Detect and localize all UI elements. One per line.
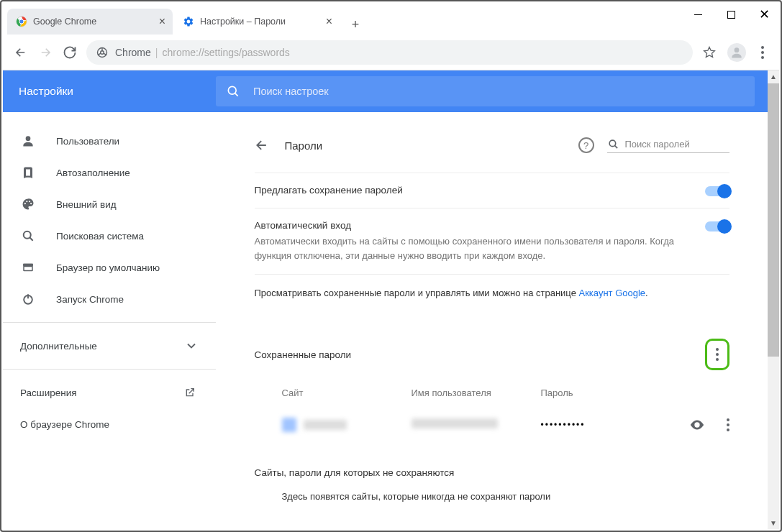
- setting-label: Предлагать сохранение паролей: [255, 185, 705, 196]
- setting-description: Автоматически входить на сайты с помощью…: [255, 234, 705, 262]
- sidebar-item-on-startup[interactable]: Запуск Chrome: [3, 283, 216, 315]
- scroll-up-icon[interactable]: ▲: [768, 70, 779, 83]
- svg-point-14: [29, 201, 30, 202]
- svg-rect-3: [694, 14, 702, 15]
- scrollbar-thumb[interactable]: [768, 83, 779, 357]
- maximize-button[interactable]: [714, 1, 747, 27]
- sidebar-item-label: Внешний вид: [56, 199, 117, 210]
- close-icon[interactable]: ×: [159, 15, 165, 28]
- settings-sidebar: Пользователи Автозаполнение Внешний вид …: [3, 112, 216, 529]
- google-account-link[interactable]: Аккаунт Google: [579, 288, 646, 298]
- sidebar-item-label: Расширения: [20, 387, 77, 398]
- svg-point-6: [101, 50, 104, 54]
- sidebar-item-label: О браузере Chrome: [20, 419, 109, 430]
- excluded-sites-empty: Здесь появятся сайты, которые никогда не…: [282, 491, 729, 516]
- minimize-button[interactable]: [681, 1, 714, 27]
- saved-passwords-menu-button[interactable]: [705, 339, 729, 370]
- new-tab-button[interactable]: +: [345, 14, 365, 35]
- autofill-icon: [20, 165, 36, 180]
- svg-point-13: [26, 201, 27, 202]
- sidebar-item-label: Дополнительные: [20, 341, 97, 352]
- forward-button: [33, 40, 58, 65]
- search-icon: [607, 138, 619, 150]
- url-scheme: Chrome: [115, 47, 151, 58]
- sidebar-about[interactable]: О браузере Chrome: [3, 408, 216, 440]
- reload-button[interactable]: [58, 40, 82, 65]
- sidebar-item-default-browser[interactable]: Браузер по умолчанию: [3, 252, 216, 283]
- profile-avatar[interactable]: [727, 43, 746, 62]
- chevron-down-icon: [187, 343, 196, 349]
- back-button[interactable]: [9, 40, 33, 65]
- close-icon[interactable]: ×: [326, 15, 332, 28]
- site-name: [304, 420, 347, 430]
- search-icon: [226, 84, 240, 98]
- password-search-placeholder: Поиск паролей: [625, 139, 690, 150]
- username-value: [412, 418, 498, 428]
- column-username: Имя пользователя: [412, 387, 541, 398]
- tab-title: Google Chrome: [33, 17, 96, 27]
- bookmark-button[interactable]: [697, 40, 722, 65]
- password-row[interactable]: ••••••••••: [282, 408, 729, 441]
- svg-point-9: [26, 136, 31, 141]
- search-icon: [20, 228, 36, 244]
- help-button[interactable]: ?: [578, 137, 594, 153]
- svg-point-16: [24, 231, 31, 239]
- chrome-icon: [96, 47, 108, 58]
- browser-icon: [20, 260, 36, 275]
- settings-title: Настройки: [3, 85, 216, 98]
- svg-rect-11: [26, 170, 30, 176]
- url-path: chrome://settings/passwords: [162, 47, 289, 58]
- offer-save-passwords-toggle[interactable]: [705, 186, 729, 196]
- auto-signin-toggle[interactable]: [705, 221, 729, 231]
- settings-search[interactable]: Поиск настроек: [216, 76, 755, 106]
- settings-favicon: [183, 16, 194, 27]
- sidebar-item-search-engine[interactable]: Поисковая система: [3, 220, 216, 252]
- tab-title: Настройки – Пароли: [200, 17, 286, 27]
- browser-menu-button[interactable]: [752, 40, 773, 65]
- palette-icon: [20, 196, 36, 212]
- sidebar-item-label: Пользователи: [56, 136, 119, 147]
- svg-point-8: [228, 86, 236, 94]
- svg-point-7: [735, 47, 740, 52]
- svg-rect-4: [727, 11, 735, 18]
- window-close-button[interactable]: ✕: [747, 1, 781, 27]
- auto-signin-row: Автоматический вход Автоматически входит…: [255, 208, 729, 274]
- saved-passwords-title: Сохраненные пароли: [255, 349, 705, 360]
- sidebar-extensions[interactable]: Расширения: [3, 377, 216, 408]
- scroll-down-icon[interactable]: ▼: [768, 517, 779, 529]
- svg-point-15: [30, 203, 32, 204]
- column-password: Пароль: [541, 387, 729, 398]
- browser-tab-1[interactable]: Google Chrome ×: [7, 9, 173, 35]
- back-arrow-button[interactable]: [255, 138, 269, 152]
- sidebar-item-autofill[interactable]: Автозаполнение: [3, 157, 216, 188]
- show-password-button[interactable]: [689, 417, 705, 433]
- browser-tab-2[interactable]: Настройки – Пароли ×: [174, 9, 340, 35]
- offer-save-passwords-row: Предлагать сохранение паролей: [255, 173, 729, 208]
- svg-point-12: [24, 203, 26, 204]
- search-placeholder: Поиск настроек: [253, 86, 329, 97]
- sidebar-item-label: Автозаполнение: [56, 168, 130, 178]
- svg-point-22: [696, 423, 699, 426]
- page-title: Пароли: [285, 139, 323, 152]
- column-site: Сайт: [282, 387, 412, 398]
- setting-label: Автоматический вход: [255, 220, 705, 231]
- svg-rect-19: [24, 267, 32, 270]
- sidebar-item-label: Браузер по умолчанию: [56, 262, 160, 273]
- chrome-favicon: [16, 16, 27, 27]
- sidebar-item-label: Поисковая система: [56, 231, 144, 242]
- sidebar-item-label: Запуск Chrome: [56, 294, 124, 305]
- sidebar-item-appearance[interactable]: Внешний вид: [3, 188, 216, 220]
- password-search[interactable]: Поиск паролей: [607, 138, 729, 153]
- manage-passwords-info: Просматривать сохраненные пароли и управ…: [255, 274, 729, 318]
- sidebar-item-users[interactable]: Пользователи: [3, 125, 216, 157]
- scrollbar[interactable]: ▲ ▼: [768, 70, 779, 529]
- more-vert-icon: [716, 348, 719, 361]
- power-icon: [20, 291, 36, 307]
- password-masked: ••••••••••: [541, 420, 620, 430]
- site-favicon: [282, 418, 296, 432]
- person-icon: [20, 133, 36, 149]
- sidebar-item-advanced[interactable]: Дополнительные: [3, 330, 216, 362]
- svg-point-21: [609, 140, 616, 147]
- address-bar[interactable]: Chrome | chrome://settings/passwords: [86, 40, 693, 65]
- password-row-menu-button[interactable]: [727, 418, 729, 431]
